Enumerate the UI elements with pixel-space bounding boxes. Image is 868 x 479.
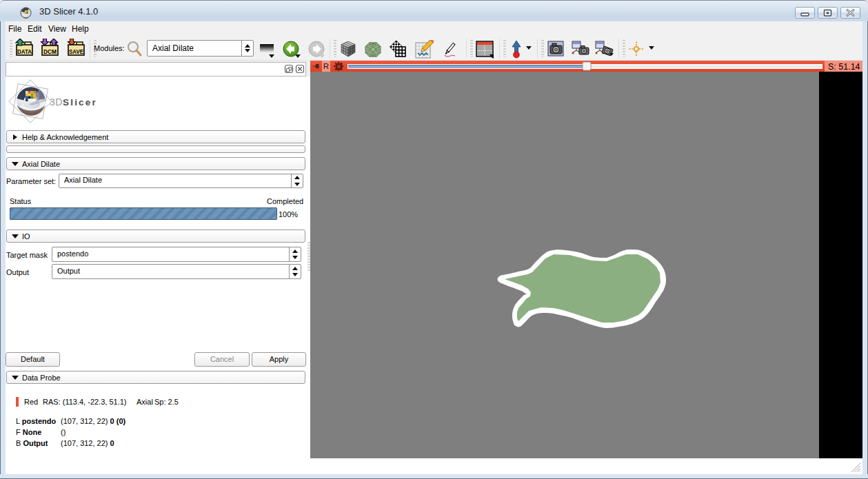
svg-text:3D: 3D (50, 96, 63, 108)
svg-text:DCM: DCM (43, 48, 57, 55)
svg-text:SAVE: SAVE (69, 48, 83, 55)
svg-text:R: R (323, 62, 329, 70)
svg-text:Slicer: Slicer (63, 97, 97, 108)
svg-text:S: 51.14: S: 51.14 (828, 62, 860, 72)
svg-text:DATA: DATA (17, 48, 32, 55)
